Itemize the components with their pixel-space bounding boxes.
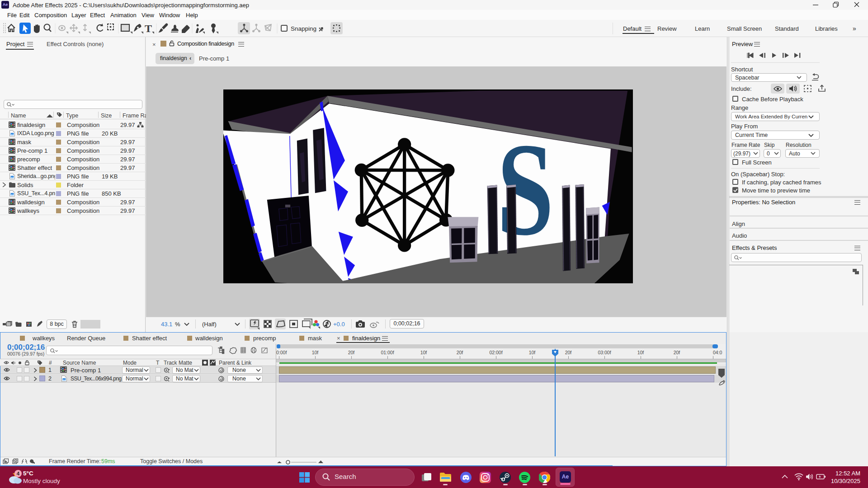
svg-text:S: S (497, 115, 554, 263)
svg-text:Snapping: Snapping (291, 25, 316, 32)
svg-text:4: 4 (17, 471, 20, 476)
svg-text:T: T (145, 23, 152, 34)
